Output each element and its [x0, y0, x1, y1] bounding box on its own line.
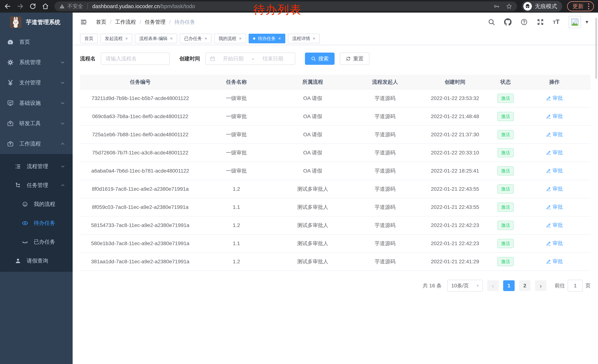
sidebar-item-dev-tools[interactable]: 研发工具	[0, 113, 73, 134]
back-icon[interactable]	[4, 3, 11, 10]
calendar-icon	[210, 56, 215, 61]
tab-process-detail[interactable]: 流程详情 ×	[288, 34, 320, 43]
page-button-1[interactable]: 1	[503, 280, 515, 291]
sidebar-item-infrastructure[interactable]: 基础设施	[0, 93, 73, 113]
date-range-picker[interactable]: 开始日期 - 结束日期	[205, 53, 295, 65]
start-date-placeholder[interactable]: 开始日期	[215, 55, 251, 62]
security-label[interactable]: 不安全	[67, 3, 83, 10]
sidebar-item-done-tasks[interactable]: 已办任务	[0, 233, 73, 251]
github-icon[interactable]	[504, 18, 512, 26]
help-icon[interactable]	[520, 18, 528, 26]
approve-button[interactable]: 审批	[546, 149, 563, 156]
tab-close-icon[interactable]: ×	[313, 36, 315, 41]
tab-home[interactable]: 首页	[80, 34, 98, 43]
sidebar-item-task-management[interactable]: 任务管理	[0, 176, 73, 195]
approve-label: 审批	[553, 113, 563, 120]
avatar[interactable]	[569, 16, 581, 28]
approve-button[interactable]: 审批	[546, 167, 563, 174]
sidebar-item-home[interactable]: 首页	[0, 32, 73, 52]
page-content: 流程名 创建时间 开始日期 - 结束日期 搜索 重置	[73, 45, 598, 364]
tab-process-form-edit[interactable]: 流程表单-编辑 ×	[135, 34, 177, 43]
cell-status: 激活	[493, 107, 518, 126]
sidebar-item-todo-tasks[interactable]: 待办任务	[0, 214, 73, 233]
collapse-sidebar-icon[interactable]	[80, 19, 87, 25]
not-secure-warning-icon	[59, 4, 65, 9]
forward-icon[interactable]	[17, 3, 24, 10]
search-icon[interactable]	[488, 18, 495, 26]
cell-create-time: 2022-01-22 21:48:48	[417, 107, 493, 126]
password-key-icon[interactable]	[493, 3, 500, 9]
cell-status: 激活	[493, 126, 518, 144]
cell-process: OA 请假	[272, 144, 353, 162]
filter-bar: 流程名 创建时间 开始日期 - 结束日期 搜索 重置	[80, 53, 590, 65]
search-button[interactable]: 搜索	[305, 53, 335, 65]
eye-icon	[22, 220, 28, 226]
approve-button[interactable]: 审批	[546, 203, 563, 210]
tab-todo-tasks[interactable]: 待办任务 ×	[249, 34, 285, 43]
end-date-placeholder[interactable]: 结束日期	[255, 55, 291, 62]
goto-page-input[interactable]	[568, 280, 583, 291]
tab-label: 流程表单-编辑	[139, 36, 167, 41]
sidebar: 芋道管理系统 首页 系统管理 支付管理	[0, 13, 73, 364]
breadcrumb-workflow[interactable]: 工作流程	[115, 18, 136, 25]
cell-actions: 审批	[518, 126, 590, 144]
table-row: 381aa1dd-7ac8-11ec-a9e2-a2380e71991a 1.2…	[80, 252, 590, 271]
sidebar-item-my-process[interactable]: 我的流程	[0, 195, 73, 214]
reset-button[interactable]: 重置	[340, 53, 369, 65]
breadcrumb: 首页 / 工作流程 / 任务管理 / 待办任务	[96, 18, 195, 25]
approve-label: 审批	[553, 149, 563, 156]
update-label[interactable]: 更新	[573, 3, 583, 10]
tab-close-icon[interactable]: ×	[125, 36, 128, 41]
cell-actions: 审批	[518, 216, 590, 235]
app-logo-row[interactable]: 芋道管理系统	[0, 13, 73, 32]
tab-close-icon[interactable]: ×	[170, 36, 173, 41]
cell-process: OA 请假	[272, 89, 353, 107]
tab-close-icon[interactable]: ×	[205, 36, 207, 41]
tab-done-tasks[interactable]: 已办任务 ×	[180, 34, 212, 43]
next-page-button[interactable]: ›	[535, 280, 547, 291]
cell-task-id: 58154733-7ac8-11ec-a9e2-a2380e71991a	[80, 216, 200, 235]
sidebar-item-leave-query[interactable]: 请假查询	[0, 251, 73, 270]
page-button-2[interactable]: 2	[519, 280, 531, 291]
approve-button[interactable]: 审批	[546, 240, 563, 247]
reload-icon[interactable]	[29, 3, 36, 10]
tab-close-icon[interactable]: ×	[278, 36, 281, 41]
approve-label: 审批	[553, 185, 563, 192]
tab-my-process[interactable]: 我的流程 ×	[214, 34, 246, 43]
chevron-down-icon	[60, 80, 65, 85]
prev-page-button[interactable]: ‹	[487, 280, 499, 291]
tab-start-process[interactable]: 发起流程 ×	[100, 34, 132, 43]
user-menu-caret-icon[interactable]: ▼	[585, 19, 589, 25]
browser-update-button[interactable]: 更新	[567, 1, 594, 11]
sidebar-item-process-management[interactable]: 流程管理	[0, 157, 73, 176]
approve-button[interactable]: 审批	[546, 95, 563, 102]
sidebar-item-system[interactable]: 系统管理	[0, 52, 73, 73]
page-size-select[interactable]: 10条/页 ▾	[447, 280, 483, 291]
table-row: 58154733-7ac8-11ec-a9e2-a2380e71991a 1.2…	[80, 216, 590, 235]
browser-menu-icon[interactable]	[587, 3, 590, 9]
approve-button[interactable]: 审批	[546, 131, 563, 138]
breadcrumb-home[interactable]: 首页	[96, 18, 106, 25]
tab-close-icon[interactable]: ×	[239, 36, 241, 41]
page-scrollbar[interactable]	[595, 18, 597, 79]
sidebar-item-workflow[interactable]: 工作流程	[0, 134, 73, 154]
breadcrumb-task-management[interactable]: 任务管理	[145, 18, 166, 25]
cell-starter: 芋道源码	[353, 162, 417, 180]
process-name-input[interactable]	[101, 53, 170, 65]
page-url[interactable]: dashboard.yudao.iocoder.cn/bpm/task/todo	[92, 3, 195, 9]
sidebar-item-payment[interactable]: 支付管理	[0, 73, 73, 93]
column-status: 状态	[493, 75, 518, 89]
bookmark-star-icon[interactable]	[506, 3, 512, 9]
font-size-icon[interactable]: TT	[553, 18, 559, 26]
approve-button[interactable]: 审批	[546, 258, 563, 265]
approve-button[interactable]: 审批	[546, 222, 563, 229]
cell-status: 激活	[493, 252, 518, 271]
approve-button[interactable]: 审批	[546, 113, 563, 120]
incognito-badge: 无痕模式	[522, 1, 562, 12]
cell-task-id: 580e1b3d-7ac8-11ec-a9e2-a2380e71991a	[80, 235, 200, 252]
face-icon	[22, 201, 28, 207]
fullscreen-icon[interactable]	[537, 18, 544, 26]
status-badge: 激活	[498, 184, 514, 194]
home-icon[interactable]	[42, 3, 49, 10]
approve-button[interactable]: 审批	[546, 185, 563, 192]
